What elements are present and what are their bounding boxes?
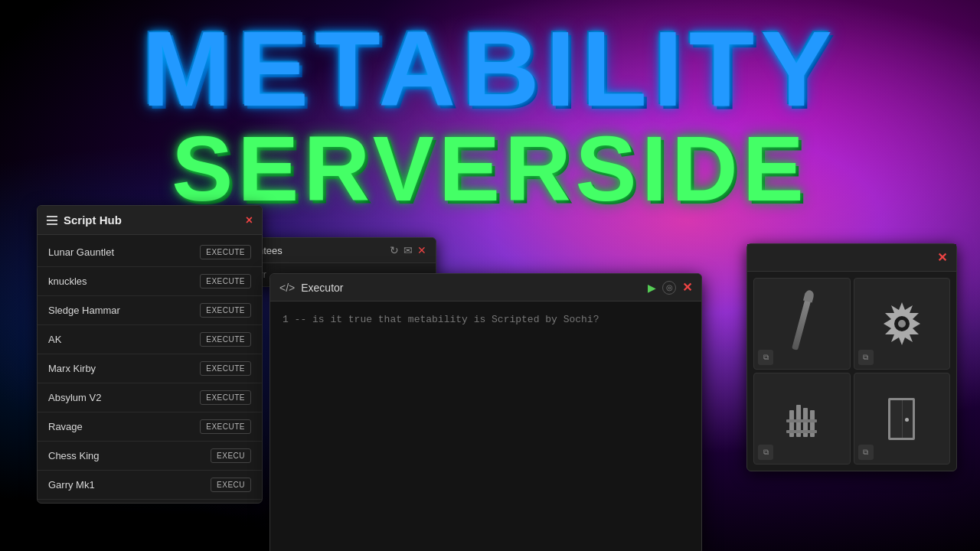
script-item-garry-mk1[interactable]: Garry Mk1EXECU	[38, 471, 262, 500]
mail-icon[interactable]: ✉	[403, 244, 413, 256]
title-container: METABILITY SERVERSIDE	[69, 15, 911, 214]
door-icon	[888, 398, 915, 440]
fence-icon	[786, 405, 817, 433]
saw-container	[879, 301, 925, 347]
execute-button[interactable]: EXECUTE	[200, 361, 251, 376]
script-item-absylum-v2[interactable]: Absylum V2EXECUTE	[38, 383, 262, 412]
script-name: Chess King	[48, 450, 99, 461]
door-knob	[905, 418, 909, 422]
items-panel-close[interactable]: ✕	[937, 250, 947, 265]
close-icon[interactable]: ✕	[417, 244, 426, 256]
script-name: Lunar Gauntlet	[48, 246, 114, 258]
executor-code-area[interactable]: 1 -- is it true that metability is Scrip…	[270, 302, 701, 551]
refresh-icon[interactable]: ↻	[390, 244, 399, 256]
script-hub-panel: Script Hub × Lunar GauntletEXECUTEknuckl…	[37, 205, 263, 504]
script-item-chess-king[interactable]: Chess KingEXECU	[38, 442, 262, 471]
script-name: Ravage	[48, 421, 83, 432]
script-item-knuckles[interactable]: knucklesEXECUTE	[38, 267, 262, 296]
script-name: knuckles	[48, 276, 87, 287]
copy-icon-staff[interactable]: ⧉	[758, 350, 773, 365]
items-header: ✕	[747, 244, 956, 272]
hamburger-icon	[47, 216, 57, 225]
code-line-1: 1 -- is it true that metability is Scrip…	[283, 314, 599, 325]
door-split	[902, 400, 903, 438]
fence-rail-2	[786, 430, 817, 433]
title-serverside: SERVERSIDE	[69, 122, 911, 214]
execute-button[interactable]: EXECUTE	[200, 390, 251, 405]
execute-button[interactable]: EXECU	[211, 478, 251, 492]
items-grid: ⧉ ⧉	[747, 272, 956, 471]
execute-button[interactable]: EXECUTE	[200, 303, 251, 318]
execute-button[interactable]: EXECU	[211, 448, 251, 463]
executor-panel: </> Executor ▶ ◎ ✕ 1 -- is it true that …	[270, 273, 702, 551]
script-name: Sledge Hammar	[48, 305, 120, 316]
stop-button[interactable]: ◎	[662, 281, 676, 295]
item-slot-saw: ⧉	[854, 278, 951, 370]
servantees-controls: ↻ ✉ ✕	[390, 244, 426, 256]
execute-button[interactable]: EXECUTE	[200, 274, 251, 289]
script-name: Absylum V2	[48, 392, 101, 403]
execute-button[interactable]: EXECUTE	[200, 245, 251, 259]
execute-button[interactable]: EXECUTE	[200, 332, 251, 347]
copy-icon-door[interactable]: ⧉	[858, 445, 874, 460]
staff-icon	[792, 297, 812, 350]
script-item-lunar-gauntlet[interactable]: Lunar GauntletEXECUTE	[38, 238, 262, 267]
copy-icon-saw[interactable]: ⧉	[858, 350, 874, 365]
executor-title: </> Executor	[279, 282, 344, 294]
play-button[interactable]: ▶	[648, 282, 656, 294]
item-slot-staff: ⧉	[753, 278, 851, 370]
script-item-ak[interactable]: AKEXECUTE	[38, 325, 262, 354]
script-hub-close[interactable]: ×	[246, 214, 253, 227]
item-slot-fence: ⧉	[753, 373, 851, 465]
script-item-marx-kirby[interactable]: Marx KirbyEXECUTE	[38, 354, 262, 383]
script-name: Garry Mk1	[48, 479, 95, 491]
script-list: Lunar GauntletEXECUTEknucklesEXECUTESled…	[38, 235, 262, 503]
title-metability: METABILITY	[69, 15, 911, 122]
script-item-sledge-hammar[interactable]: Sledge HammarEXECUTE	[38, 296, 262, 325]
execute-button[interactable]: EXECUTE	[200, 419, 251, 434]
script-item-ravage[interactable]: RavageEXECUTE	[38, 412, 262, 442]
script-hub-header: Script Hub ×	[38, 206, 262, 235]
saw-blade-svg	[879, 301, 925, 347]
script-hub-title: Script Hub	[47, 214, 122, 227]
executor-close-button[interactable]: ✕	[682, 280, 692, 295]
script-name: Marx Kirby	[48, 363, 96, 374]
executor-controls: ▶ ◎ ✕	[648, 280, 692, 295]
code-brackets-icon: </>	[279, 282, 295, 294]
fence-rail-1	[786, 419, 817, 422]
script-name: AK	[48, 334, 61, 345]
item-slot-door: ⧉	[854, 373, 951, 465]
svg-point-2	[898, 320, 906, 328]
executor-header: </> Executor ▶ ◎ ✕	[270, 274, 701, 302]
copy-icon-fence[interactable]: ⧉	[758, 445, 773, 460]
items-panel: ✕ ⧉ ⧉	[746, 243, 957, 471]
